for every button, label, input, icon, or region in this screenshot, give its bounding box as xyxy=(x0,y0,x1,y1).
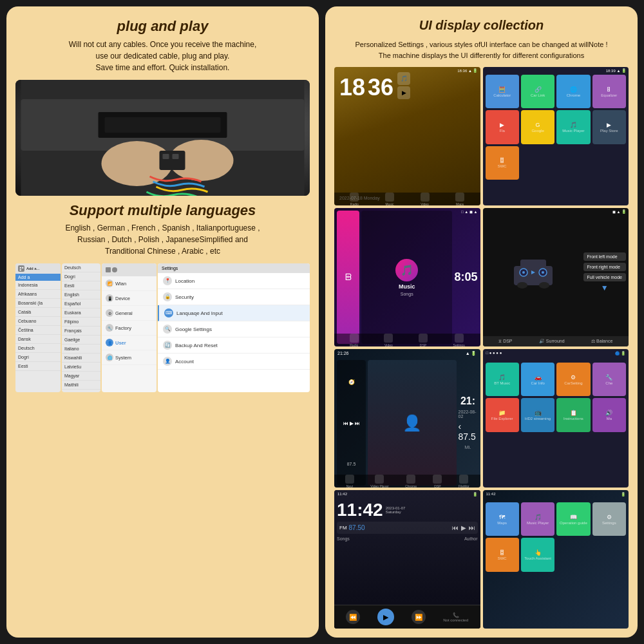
lang-euskara[interactable]: Euskara xyxy=(62,308,100,317)
lang-eesti2[interactable]: Eesti xyxy=(62,281,100,290)
app-file-explorer[interactable]: 📁File Explorer xyxy=(486,398,519,431)
ss4-front-left[interactable]: Front left mode xyxy=(583,252,626,261)
lang-gaeilge[interactable]: Gaeilge xyxy=(62,336,100,345)
ss8-time: 11:42 xyxy=(486,492,496,497)
app-maps[interactable]: 🗺Maps xyxy=(486,502,519,536)
settings-location[interactable]: 📍 Location xyxy=(158,273,310,289)
nav-system[interactable]: 🌐 System xyxy=(102,350,156,365)
nav-user[interactable]: 👤 User xyxy=(102,336,156,350)
language-list-1: Add a... Add a Indonesia Afrikaans Bosan… xyxy=(15,263,61,392)
app-ma[interactable]: 🔊Ma xyxy=(592,398,626,431)
ss7-prev-btn[interactable]: ⏪ xyxy=(346,610,360,624)
language-icon: ⌨ xyxy=(164,308,173,317)
ss1-nav-music: Music xyxy=(385,193,394,206)
ss4-front-right[interactable]: Front right mode xyxy=(583,263,626,271)
app-che[interactable]: 🔧Che xyxy=(592,363,626,396)
nav-wlan[interactable]: 📶 Wlan xyxy=(102,276,156,291)
ss4-full-vehicle[interactable]: Full vehicle mode xyxy=(583,273,626,281)
ss5-inner: 21:26 ▲ 🔋 🧭 ⏮ ▶ ⏭ 87.5 xyxy=(334,349,480,488)
ss1-inner: 18:36 ▲ 🔋 18 36 🎵 ▶ 2022-07-18 Monday xyxy=(334,67,480,205)
ss1-minutes: 36 xyxy=(368,76,393,99)
lang-kiswahili[interactable]: Kiswahili xyxy=(62,354,100,363)
lang-francais[interactable]: Français xyxy=(62,327,100,336)
app-fla[interactable]: ▶Fla xyxy=(486,110,519,144)
ss5-header: 21:26 ▲ 🔋 xyxy=(334,349,480,358)
ss5-nav-icon: 🧭 xyxy=(348,379,355,385)
ss7-play[interactable]: ▶ xyxy=(461,524,466,531)
app-carlink[interactable]: 🔗Car Link xyxy=(521,75,554,108)
lang-espanol[interactable]: Español xyxy=(62,299,100,308)
app-music-player2[interactable]: 🎵Music Player xyxy=(521,502,554,536)
ss7-play-btn[interactable]: ▶ xyxy=(377,609,394,625)
lang-catala[interactable]: Català xyxy=(15,308,61,317)
ss3-status-bar: □ ▲ ◼ ▲ xyxy=(461,209,478,214)
lang-cebuano[interactable]: Cebuano xyxy=(15,317,61,326)
app-music-player[interactable]: 🎵Music Player xyxy=(556,110,590,144)
lang-dogri[interactable]: Dogri xyxy=(15,353,61,362)
left-panel: plug and play Will not cut any cables. O… xyxy=(6,6,319,638)
screenshot-3: □ ▲ ◼ ▲ ᗸ 🎵 Music Songs 8:05 xyxy=(334,208,480,346)
settings-mockup: Add a... Add a Indonesia Afrikaans Bosan… xyxy=(15,263,310,392)
app-swc2[interactable]: 🎛SWC xyxy=(486,538,519,571)
app-touch-assistant[interactable]: 👆Touch Assistant xyxy=(521,538,554,571)
app-google[interactable]: GGoogle xyxy=(521,110,554,144)
app-equalizer[interactable]: 🎚Equalizer xyxy=(592,75,626,108)
backup-icon: 🔄 xyxy=(163,341,172,350)
app-operation-guide[interactable]: 📖Operation guide xyxy=(556,502,590,536)
app-instructions[interactable]: 📋Instructions xyxy=(556,398,590,431)
lang-dogri2[interactable]: Dogri xyxy=(62,272,100,281)
app-bt-music[interactable]: 🎵BT Music xyxy=(486,363,519,396)
settings-account[interactable]: 👤 Account xyxy=(158,354,310,370)
lang-bosanski[interactable]: Bosanski (la xyxy=(15,299,61,308)
ss8-status: 🔋 xyxy=(621,492,625,497)
app-chrome[interactable]: 🌐Chrome xyxy=(556,75,590,108)
app-hd2[interactable]: 📺HD2 streaming xyxy=(521,398,554,431)
lang-dansk[interactable]: Dansk xyxy=(15,335,61,344)
settings-security[interactable]: 🔒 Security xyxy=(158,289,310,305)
ss1-nav-maps: Maps xyxy=(455,193,464,206)
ss7-songs-label: Songs xyxy=(337,536,350,541)
ss1-time-container: 18 36 🎵 ▶ xyxy=(339,72,475,99)
app-settings2[interactable]: ⚙Settings xyxy=(592,502,626,536)
nav-wlan-label: Wlan xyxy=(115,281,126,287)
app-calculator[interactable]: 🧮Calculator xyxy=(486,75,519,108)
lang-italiano[interactable]: Italiano xyxy=(62,345,100,354)
lang-english[interactable]: English xyxy=(62,290,100,299)
app-car-setting[interactable]: ⚙CarSetting xyxy=(556,363,590,396)
ss1-content: 18 36 🎵 ▶ 2022-07-18 Monday xyxy=(334,67,480,205)
settings-google[interactable]: 🔍 Google Settings xyxy=(158,321,310,337)
lang-latviesu[interactable]: Latviešu xyxy=(62,363,100,372)
lang-magyar[interactable]: Magyar xyxy=(62,372,100,381)
languages-section: Support multiple languages English , Ger… xyxy=(15,202,310,257)
nav-device[interactable]: 📱 Device xyxy=(102,291,156,306)
ss5-image: 👤 xyxy=(368,360,457,486)
nav-general[interactable]: ⚙ General xyxy=(102,306,156,321)
lang-afrikaans[interactable]: Afrikaans xyxy=(15,290,61,299)
screenshot-6: □ ● ● ● ● 🔵 🔋 🎵BT Music 🚗Car Info ⚙CarSe… xyxy=(483,349,629,488)
app-swc[interactable]: 🎛SWC xyxy=(486,146,519,180)
ss7-next-btn[interactable]: ⏩ xyxy=(412,610,426,624)
ss1-side-icons: 🎵 ▶ xyxy=(397,72,410,99)
lang-deutsch2[interactable]: Deutsch xyxy=(62,263,100,272)
settings-language[interactable]: ⌨ Lanquaqe And Input xyxy=(158,305,310,321)
ss7-inner: 11:42 🔋 11:42 2023-01-07 Saturday xyxy=(334,490,480,629)
settings-backup[interactable]: 🔄 Backup And Reset xyxy=(158,337,310,354)
language-list-2-inner: Deutsch Dogri Eesti English Español Eusk… xyxy=(62,263,100,392)
lang-filipino[interactable]: Filipino xyxy=(62,317,100,327)
app-car-info[interactable]: 🚗Car Info xyxy=(521,363,554,396)
ss5-freq: 87.5 xyxy=(347,462,356,466)
ss3-music-label: Music xyxy=(399,283,415,290)
nav-factory[interactable]: 🔧 Factory xyxy=(102,321,156,336)
ss7-header: 11:42 🔋 xyxy=(334,490,480,498)
lang-maithili[interactable]: Maithili xyxy=(62,381,100,390)
app-play-store[interactable]: ▶Play Store xyxy=(592,110,626,144)
lang-manipuri[interactable]: Manipuri xyxy=(62,390,100,392)
ss7-next[interactable]: ⏭ xyxy=(469,524,475,531)
ss7-freq: 87.50 xyxy=(349,524,365,531)
lang-deutsch[interactable]: Deutsch xyxy=(15,344,61,353)
lang-eesti[interactable]: Eesti xyxy=(15,362,61,371)
lang-cestina[interactable]: Čeština xyxy=(15,326,61,335)
ss7-prev[interactable]: ⏮ xyxy=(452,524,459,531)
lang-indonesia[interactable]: Indonesia xyxy=(15,281,61,290)
ss6-header: □ ● ● ● ● 🔵 🔋 xyxy=(483,349,629,357)
